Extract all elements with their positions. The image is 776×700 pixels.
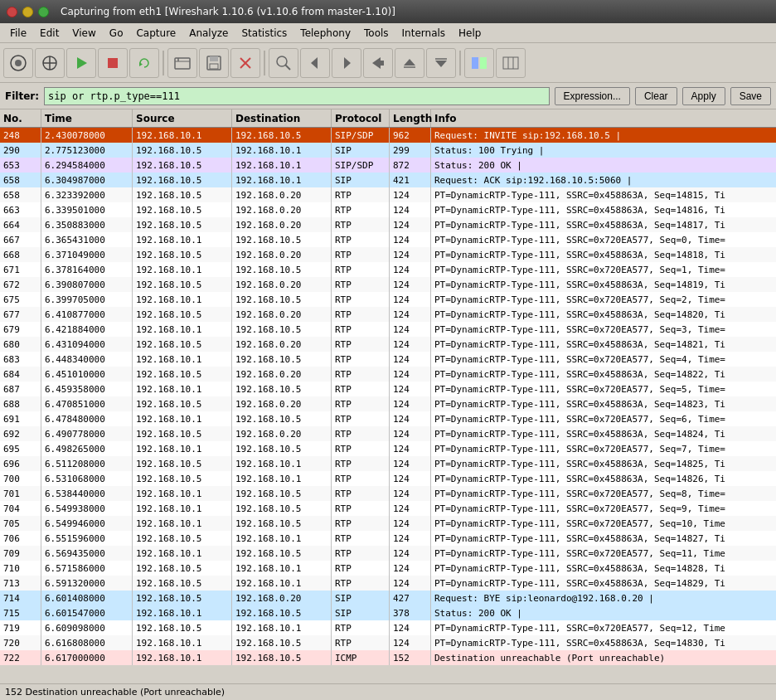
toolbar-close-btn[interactable] bbox=[230, 48, 260, 78]
table-row[interactable]: 671 6.378164000 192.168.10.1 192.168.10.… bbox=[0, 262, 776, 277]
table-row[interactable]: 688 6.470851000 192.168.10.5 192.168.0.2… bbox=[0, 396, 776, 411]
table-row[interactable]: 668 6.371049000 192.168.10.5 192.168.0.2… bbox=[0, 247, 776, 262]
save-button[interactable]: Save bbox=[730, 87, 771, 105]
menu-file[interactable]: File bbox=[3, 26, 33, 41]
table-row[interactable]: 667 6.365431000 192.168.10.1 192.168.10.… bbox=[0, 232, 776, 247]
cell-dest: 192.168.10.5 bbox=[232, 441, 332, 456]
table-row[interactable]: 706 6.551596000 192.168.10.5 192.168.10.… bbox=[0, 531, 776, 546]
table-row[interactable]: 658 6.304987000 192.168.10.5 192.168.10.… bbox=[0, 173, 776, 187]
toolbar-save-btn[interactable] bbox=[199, 48, 229, 78]
table-row[interactable]: 664 6.350883000 192.168.10.5 192.168.0.2… bbox=[0, 217, 776, 232]
toolbar-restart-btn[interactable] bbox=[129, 48, 159, 78]
cell-info: PT=DynamicRTP-Type-111, SSRC=0x458863A, … bbox=[431, 429, 776, 440]
cell-dest: 192.168.10.5 bbox=[232, 382, 332, 396]
cell-time: 6.538440000 bbox=[41, 486, 133, 501]
status-bar: 152 Destination unreachable (Port unreac… bbox=[0, 683, 776, 700]
toolbar-go-to-btn[interactable] bbox=[363, 48, 393, 78]
toolbar-stop-btn[interactable] bbox=[98, 48, 128, 78]
header-no: No. bbox=[0, 109, 41, 127]
table-row[interactable]: 715 6.601547000 192.168.10.1 192.168.10.… bbox=[0, 605, 776, 620]
table-row[interactable]: 663 6.339501000 192.168.10.5 192.168.0.2… bbox=[0, 202, 776, 217]
apply-button[interactable]: Apply bbox=[682, 87, 725, 105]
table-row[interactable]: 683 6.448340000 192.168.10.1 192.168.10.… bbox=[0, 352, 776, 367]
cell-info: PT=DynamicRTP-Type-111, SSRC=0x458863A, … bbox=[431, 638, 776, 649]
table-row[interactable]: 679 6.421884000 192.168.10.1 192.168.10.… bbox=[0, 322, 776, 337]
table-row[interactable]: 709 6.569435000 192.168.10.1 192.168.10.… bbox=[0, 546, 776, 561]
table-row[interactable]: 691 6.478480000 192.168.10.1 192.168.10.… bbox=[0, 411, 776, 426]
cell-source: 192.168.10.1 bbox=[133, 292, 232, 307]
table-row[interactable]: 696 6.511208000 192.168.10.5 192.168.10.… bbox=[0, 456, 776, 471]
cell-proto: SIP/SDP bbox=[332, 128, 390, 143]
menu-go[interactable]: Go bbox=[103, 26, 130, 41]
svg-marker-18 bbox=[404, 59, 415, 66]
table-row[interactable]: 684 6.451010000 192.168.10.5 192.168.0.2… bbox=[0, 367, 776, 382]
cell-no: 692 bbox=[0, 426, 41, 441]
cell-len: 124 bbox=[390, 247, 431, 262]
maximize-button[interactable] bbox=[38, 7, 49, 17]
cell-source: 192.168.10.1 bbox=[133, 650, 232, 665]
table-row[interactable]: 701 6.538440000 192.168.10.1 192.168.10.… bbox=[0, 486, 776, 501]
toolbar-scroll-bottom-btn[interactable] bbox=[426, 48, 456, 78]
table-row[interactable]: 719 6.609098000 192.168.10.5 192.168.10.… bbox=[0, 620, 776, 635]
packet-rows-container: 248 2.430078000 192.168.10.1 192.168.10.… bbox=[0, 128, 776, 665]
cell-dest: 192.168.10.1 bbox=[232, 620, 332, 635]
table-row[interactable]: 695 6.498265000 192.168.10.1 192.168.10.… bbox=[0, 441, 776, 456]
menu-internals[interactable]: Internals bbox=[395, 26, 453, 41]
cell-time: 6.591320000 bbox=[41, 576, 133, 591]
table-row[interactable]: 713 6.591320000 192.168.10.5 192.168.10.… bbox=[0, 576, 776, 591]
cell-len: 124 bbox=[390, 277, 431, 292]
cell-len: 124 bbox=[390, 367, 431, 382]
filter-input[interactable] bbox=[44, 87, 550, 105]
menu-capture[interactable]: Capture bbox=[129, 26, 182, 41]
cell-proto: RTP bbox=[332, 441, 390, 456]
toolbar-options-btn[interactable] bbox=[35, 48, 65, 78]
table-row[interactable]: 658 6.323392000 192.168.10.5 192.168.0.2… bbox=[0, 187, 776, 202]
table-row[interactable]: 675 6.399705000 192.168.10.1 192.168.10.… bbox=[0, 292, 776, 307]
table-row[interactable]: 722 6.617000000 192.168.10.1 192.168.10.… bbox=[0, 650, 776, 665]
menu-view[interactable]: View bbox=[65, 26, 102, 41]
table-row[interactable]: 710 6.571586000 192.168.10.5 192.168.10.… bbox=[0, 561, 776, 576]
cell-proto: RTP bbox=[332, 576, 390, 591]
toolbar-scroll-top-btn[interactable] bbox=[395, 48, 424, 78]
table-row[interactable]: 720 6.616808000 192.168.10.1 192.168.10.… bbox=[0, 635, 776, 650]
clear-button[interactable]: Clear bbox=[635, 87, 677, 105]
toolbar-start-btn[interactable] bbox=[66, 48, 96, 78]
table-row[interactable]: 677 6.410877000 192.168.10.5 192.168.0.2… bbox=[0, 307, 776, 322]
table-row[interactable]: 248 2.430078000 192.168.10.1 192.168.10.… bbox=[0, 128, 776, 143]
cell-time: 6.511208000 bbox=[41, 456, 133, 471]
menu-statistics[interactable]: Statistics bbox=[235, 26, 293, 41]
cell-no: 664 bbox=[0, 217, 41, 232]
toolbar-open-btn[interactable] bbox=[167, 48, 197, 78]
cell-proto: RTP bbox=[332, 367, 390, 382]
minimize-button[interactable] bbox=[22, 7, 33, 17]
expression-button[interactable]: Expression... bbox=[555, 87, 630, 105]
table-row[interactable]: 687 6.459358000 192.168.10.1 192.168.10.… bbox=[0, 382, 776, 396]
close-button[interactable] bbox=[7, 7, 17, 17]
menu-telephony[interactable]: Telephony bbox=[293, 26, 357, 41]
toolbar-interface-btn[interactable] bbox=[3, 48, 33, 78]
toolbar-colorize-btn[interactable] bbox=[464, 48, 494, 78]
table-row[interactable]: 290 2.775123000 192.168.10.5 192.168.10.… bbox=[0, 143, 776, 158]
table-row[interactable]: 705 6.549946000 192.168.10.1 192.168.10.… bbox=[0, 516, 776, 531]
cell-info: Status: 100 Trying | bbox=[431, 145, 776, 156]
cell-no: 706 bbox=[0, 531, 41, 546]
toolbar-autosize-btn[interactable] bbox=[496, 48, 526, 78]
toolbar-find-btn[interactable] bbox=[269, 48, 298, 78]
cell-info: PT=DynamicRTP-Type-111, SSRC=0x458863A, … bbox=[431, 563, 776, 574]
table-row[interactable]: 700 6.531068000 192.168.10.5 192.168.10.… bbox=[0, 471, 776, 486]
table-row[interactable]: 714 6.601408000 192.168.10.5 192.168.0.2… bbox=[0, 591, 776, 605]
table-row[interactable]: 704 6.549938000 192.168.10.1 192.168.10.… bbox=[0, 501, 776, 516]
menu-analyze[interactable]: Analyze bbox=[182, 26, 235, 41]
toolbar-prev-btn[interactable] bbox=[300, 48, 330, 78]
menu-edit[interactable]: Edit bbox=[33, 26, 65, 41]
table-row[interactable]: 672 6.390807000 192.168.10.5 192.168.0.2… bbox=[0, 277, 776, 292]
cell-proto: RTP bbox=[332, 187, 390, 202]
cell-source: 192.168.10.5 bbox=[133, 591, 232, 605]
toolbar-next-btn[interactable] bbox=[332, 48, 361, 78]
table-row[interactable]: 680 6.431094000 192.168.10.5 192.168.0.2… bbox=[0, 337, 776, 352]
cell-dest: 192.168.10.5 bbox=[232, 650, 332, 665]
table-row[interactable]: 653 6.294584000 192.168.10.5 192.168.10.… bbox=[0, 158, 776, 173]
menu-help[interactable]: Help bbox=[452, 26, 487, 41]
menu-tools[interactable]: Tools bbox=[357, 26, 395, 41]
table-row[interactable]: 692 6.490778000 192.168.10.5 192.168.0.2… bbox=[0, 426, 776, 441]
